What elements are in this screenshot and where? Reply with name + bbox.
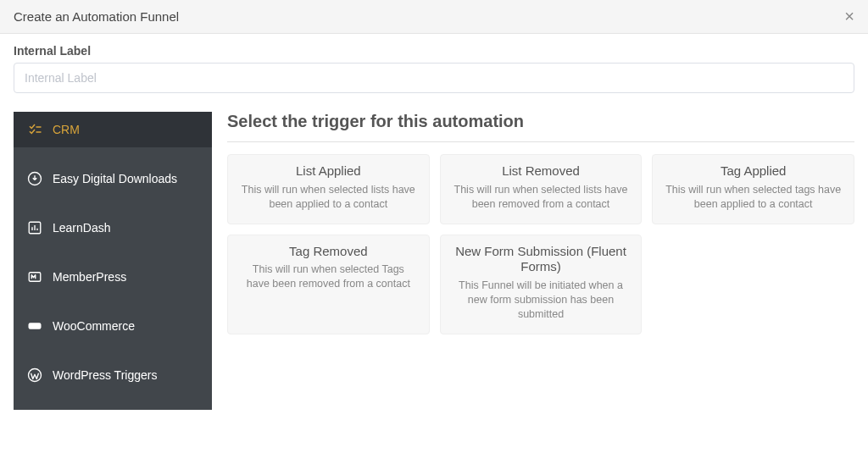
trigger-cards: List Applied This will run when selected… — [227, 154, 854, 334]
sidebar-item-woocommerce[interactable]: WooCommerce — [14, 308, 212, 344]
sidebar-item-wordpress[interactable]: WordPress Triggers — [14, 357, 212, 393]
trigger-card-title: Tag Removed — [240, 244, 417, 260]
internal-label-field: Internal Label — [14, 44, 854, 93]
wordpress-icon — [27, 367, 42, 383]
create-funnel-modal: Create an Automation Funnel × Internal L… — [0, 0, 868, 453]
m-box-icon — [27, 269, 42, 285]
bar-chart-icon — [27, 220, 42, 235]
trigger-main: Select the trigger for this automation L… — [227, 112, 854, 443]
sidebar-item-learndash[interactable]: LearnDash — [14, 210, 212, 246]
sidebar-item-label: CRM — [53, 123, 80, 136]
trigger-card-desc: This will run when selected tags have be… — [665, 183, 842, 212]
trigger-card-title: List Applied — [240, 163, 417, 180]
sidebar-item-label: WooCommerce — [53, 319, 135, 333]
close-button[interactable]: × — [844, 7, 854, 26]
trigger-tag-applied[interactable]: Tag Applied This will run when selected … — [652, 154, 854, 224]
trigger-tag-removed[interactable]: Tag Removed This will run when selected … — [227, 235, 430, 334]
trigger-list-removed[interactable]: List Removed This will run when selected… — [440, 154, 643, 224]
sidebar-item-memberpress[interactable]: MemberPress — [14, 259, 212, 295]
sidebar-item-label: MemberPress — [53, 270, 126, 284]
woo-icon — [27, 318, 42, 334]
sidebar-item-edd[interactable]: Easy Digital Downloads — [14, 161, 212, 196]
sidebar-item-label: WordPress Triggers — [53, 368, 157, 382]
trigger-card-title: New Form Submission (Fluent Forms) — [453, 244, 630, 276]
trigger-card-desc: This will run when selected lists have b… — [453, 183, 630, 212]
trigger-category-sidebar: CRM Easy Digital Downloads LearnDash — [14, 112, 212, 410]
trigger-new-form-submission[interactable]: New Form Submission (Fluent Forms) This … — [440, 235, 643, 334]
layout: CRM Easy Digital Downloads LearnDash — [14, 112, 854, 443]
sidebar-item-crm[interactable]: CRM — [14, 112, 212, 147]
trigger-card-title: List Removed — [453, 163, 630, 180]
modal-header: Create an Automation Funnel × — [0, 0, 868, 34]
modal-title: Create an Automation Funnel — [14, 9, 179, 24]
modal-body: Internal Label CRM Easy Digital Download… — [0, 34, 868, 453]
checklist-icon — [27, 122, 42, 137]
trigger-list-applied[interactable]: List Applied This will run when selected… — [227, 154, 430, 224]
download-circle-icon — [27, 171, 42, 186]
sidebar-item-label: Easy Digital Downloads — [53, 172, 177, 185]
trigger-card-desc: This will run when selected lists have b… — [240, 183, 417, 212]
internal-label-input[interactable] — [14, 63, 854, 93]
svg-rect-7 — [29, 273, 41, 282]
trigger-card-desc: This will run when selected Tags have be… — [240, 262, 417, 291]
trigger-card-desc: This Funnel will be initiated when a new… — [453, 279, 630, 322]
svg-rect-8 — [29, 323, 42, 329]
sidebar-item-label: LearnDash — [53, 221, 111, 235]
trigger-heading: Select the trigger for this automation — [227, 112, 854, 142]
trigger-card-title: Tag Applied — [665, 163, 842, 180]
internal-label-label: Internal Label — [14, 44, 854, 58]
